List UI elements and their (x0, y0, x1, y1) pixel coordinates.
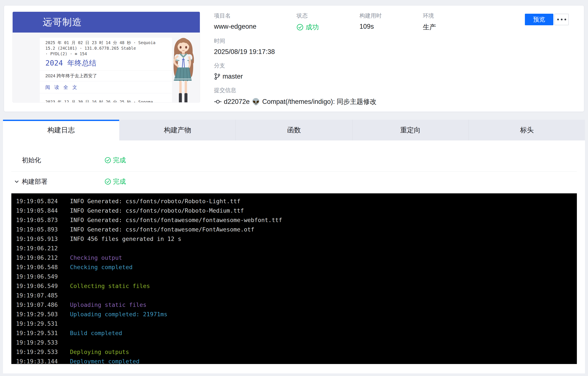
check-circle-icon (297, 24, 304, 31)
log-timestamp: 19:19:29.531 (16, 320, 70, 327)
project-name-value: www-edgeone (214, 23, 256, 30)
step-status-init: 完成 (105, 156, 126, 165)
tab-构建日志[interactable]: 构建日志 (3, 120, 119, 140)
log-timestamp: 19:19:05.873 (16, 217, 70, 223)
time-label: 时间 (214, 37, 275, 45)
log-message: Collecting static files (70, 283, 150, 289)
read-more-link: 阅 读 全 文 (40, 81, 172, 93)
more-actions-button[interactable] (554, 14, 569, 25)
time-value: 2025/08/19 19:17:38 (214, 48, 275, 56)
log-timestamp: 19:19:05.893 (16, 226, 70, 233)
status-badge: 成功 (297, 23, 319, 32)
branch-value: master (214, 73, 243, 80)
commit-info-value: d22072e 👽 Compat(/themes/indigo): 同步主题修改 (214, 97, 376, 106)
terminal-log-line: 19:19:05.893 INFO Generated: css/fonts/f… (16, 225, 577, 234)
preview-post-card: 2025 年 01 月 02 日 23 时 14 分 48 秒 · Sequoi… (40, 38, 172, 103)
check-circle-icon (105, 178, 111, 185)
anime-character-illustration (165, 36, 200, 103)
git-branch-icon (214, 73, 220, 80)
log-timestamp: 19:19:29.503 (16, 311, 70, 318)
build-log-terminal[interactable]: 19:19:05.824 INFO Generated: css/fonts/r… (11, 193, 577, 364)
log-message: INFO 456 files generated in 12 s (70, 236, 181, 242)
log-message: Deployment completed (70, 358, 139, 364)
environment-label: 环境 (423, 12, 436, 20)
log-message: Uploading completed: 21971ms (70, 311, 167, 318)
log-timestamp: 19:19:29.533 (16, 339, 70, 346)
deployment-summary-card: 远哥制造 2025 年 01 月 02 日 23 时 14 分 48 秒 · S… (4, 5, 584, 112)
build-log-panel: 初始化 完成 构建部署 完成 19:19:05.824 INFO Generat… (3, 140, 585, 373)
build-time-label: 构建用时 (359, 12, 382, 20)
tab-函数[interactable]: 函数 (236, 120, 352, 140)
terminal-log-line: 19:19:29.533 (16, 338, 577, 347)
log-message: Uploading static files (70, 301, 147, 308)
log-message: Checking completed (70, 264, 133, 270)
alien-emoji: 👽 (252, 98, 260, 106)
commit-info-label: 提交信息 (214, 86, 376, 94)
terminal-log-line: 19:19:07.486 Uploading static files (16, 300, 577, 309)
terminal-log-line: 19:19:29.503 Uploading completed: 21971m… (16, 309, 577, 319)
step-status-build-deploy: 完成 (105, 177, 126, 186)
terminal-log-line: 19:19:06.549 (16, 272, 577, 281)
log-message: Build completed (70, 330, 122, 336)
post-excerpt: 2024 跨年终于去上西安了 (40, 70, 172, 81)
log-timestamp: 19:19:29.533 (16, 349, 70, 355)
terminal-log-line: 19:19:06.548 Checking completed (16, 262, 577, 272)
terminal-log-line: 19:19:06.212 (16, 243, 577, 253)
step-row-init: 初始化 完成 (3, 154, 585, 166)
terminal-log-line: 19:19:05.913 INFO 456 files generated in… (16, 234, 577, 243)
log-message: Checking output (70, 254, 122, 261)
terminal-log-line: 19:19:29.533 Deploying outputs (16, 347, 577, 356)
build-detail-page: { "colors": { "accent_blue": "#0b6cff", … (0, 0, 588, 376)
site-banner: 远哥制造 (13, 12, 200, 32)
log-timestamp: 19:19:07.485 (16, 292, 70, 299)
tab-标头[interactable]: 标头 (469, 120, 585, 140)
log-message: INFO Generated: css/fonts/roboto/Roboto-… (70, 198, 241, 204)
terminal-log-line: 19:19:33.144 Deployment completed (16, 356, 577, 364)
log-timestamp: 19:19:06.212 (16, 245, 70, 252)
preview-button[interactable]: 预览 (525, 14, 553, 25)
terminal-log-line: 19:19:05.873 INFO Generated: css/fonts/f… (16, 215, 577, 225)
detail-tabs: 构建日志构建产物函数重定向标头 (3, 120, 585, 140)
log-message: INFO Generated: css/fonts/fontawesome/fo… (70, 217, 282, 223)
check-circle-icon (105, 157, 111, 163)
post-meta-line2: · PYDL(2) · ≡ 154 (45, 51, 167, 56)
terminal-log-line: 19:19:05.844 INFO Generated: css/fonts/r… (16, 206, 577, 215)
commit-message: Compat(/themes/indigo): 同步主题修改 (262, 97, 376, 106)
log-message: INFO Generated: css/fonts/roboto/Roboto-… (70, 207, 244, 214)
log-timestamp: 19:19:33.144 (16, 358, 70, 364)
step-name-build-deploy: 构建部署 (22, 177, 48, 186)
terminal-log-line: 19:19:05.824 INFO Generated: css/fonts/r… (16, 196, 577, 206)
log-timestamp: 19:19:06.549 (16, 273, 70, 280)
project-name-label: 项目名 (214, 12, 256, 20)
log-timestamp: 19:19:06.548 (16, 264, 70, 270)
site-preview-thumbnail[interactable]: 远哥制造 2025 年 01 月 02 日 23 时 14 分 48 秒 · S… (12, 11, 200, 103)
ellipsis-icon (557, 19, 566, 20)
log-message: INFO Generated: css/fonts/fontawesome/Fo… (70, 226, 254, 233)
row-divider (11, 171, 577, 172)
log-timestamp: 19:19:06.549 (16, 283, 70, 289)
terminal-log-line: 19:19:07.485 (16, 290, 577, 300)
terminal-log-line: 19:19:29.531 (16, 319, 577, 328)
git-commit-icon (214, 99, 222, 104)
terminal-log-line: 19:19:06.549 Collecting static files (16, 281, 577, 290)
log-timestamp: 19:19:29.531 (16, 330, 70, 336)
terminal-log-line: 19:19:06.212 Checking output (16, 253, 577, 262)
log-timestamp: 19:19:05.844 (16, 207, 70, 214)
post-meta-line1: 2025 年 01 月 02 日 23 时 14 分 48 秒 · Sequoi… (45, 40, 167, 51)
chevron-down-icon[interactable] (14, 179, 20, 184)
branch-label: 分支 (214, 62, 243, 69)
log-timestamp: 19:19:06.212 (16, 254, 70, 261)
post2-meta-line1: 2023 年 12 月 30 日 16 时 26 分 25 秒 · Sonoma… (45, 99, 167, 103)
log-timestamp: 19:19:05.824 (16, 198, 70, 204)
status-label: 状态 (297, 12, 319, 20)
log-message: Deploying outputs (70, 349, 129, 355)
log-timestamp: 19:19:05.913 (16, 236, 70, 242)
step-row-build-deploy[interactable]: 构建部署 完成 (3, 176, 585, 188)
step-name-init: 初始化 (22, 156, 41, 165)
log-timestamp: 19:19:07.486 (16, 301, 70, 308)
preview-post-card-2: 2023 年 12 月 30 日 16 时 26 分 25 秒 · Sonoma… (40, 96, 172, 103)
tab-构建产物[interactable]: 构建产物 (119, 120, 236, 140)
commit-hash: d22072e (224, 98, 250, 106)
tab-重定向[interactable]: 重定向 (352, 120, 469, 140)
site-title: 远哥制造 (42, 16, 82, 29)
